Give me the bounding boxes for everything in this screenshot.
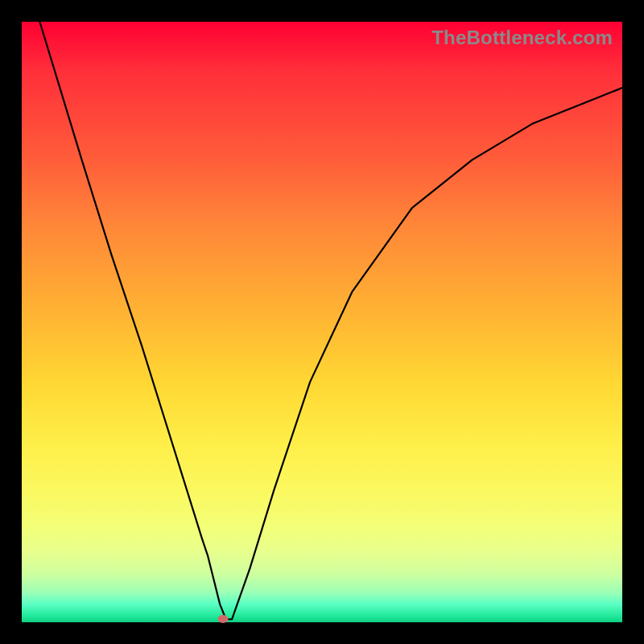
minimum-marker (217, 615, 228, 623)
bottleneck-curve (22, 22, 622, 622)
plot-area: TheBottleneck.com (22, 22, 622, 622)
chart-frame: TheBottleneck.com (0, 0, 644, 644)
